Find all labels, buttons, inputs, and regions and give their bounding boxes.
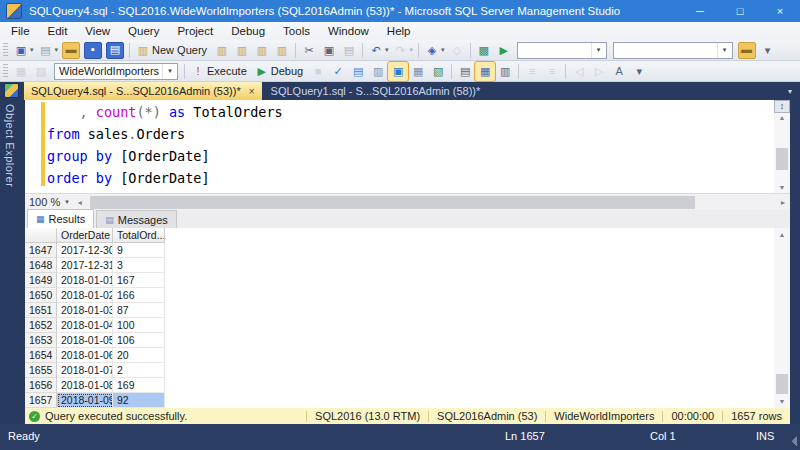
tab-sqlquery1[interactable]: SQLQuery1.sql - S...SQL2016Admin (58))* [264,82,488,100]
object-explorer-tab[interactable]: Object Explorer [0,100,25,408]
grid-cell[interactable]: 2018-01-01 [57,273,113,288]
decrease-indent-button[interactable]: ◁ [569,62,589,81]
row-header-cell[interactable]: 1653 [25,333,57,348]
navigate-backward-dropdown-icon[interactable]: ▾ [441,46,445,54]
menu-item-file[interactable]: File [2,22,39,40]
code-editor[interactable]: , count(*) as TotalOrdersfrom sales.Orde… [25,100,790,193]
row-header-cell[interactable]: 1648 [25,258,57,273]
display-estimated-plan-button[interactable]: ▤ [348,62,368,81]
row-header-cell[interactable]: 1654 [25,348,57,363]
toolbar-combo-2-combo[interactable]: ▾ [613,42,733,59]
scroll-down-icon[interactable]: ▼ [774,398,790,405]
row-header-cell[interactable]: 1652 [25,318,57,333]
grid-cell[interactable]: 2018-01-06 [57,348,113,363]
row-header-cell[interactable]: 1650 [25,288,57,303]
results-to-grid-button[interactable]: ▦ [475,62,495,81]
results-to-file-button[interactable]: ▥ [495,62,515,81]
activity-monitor-button[interactable]: ▩ [474,41,494,60]
horizontal-scrollbar[interactable] [88,196,775,209]
tab-list-dropdown-icon[interactable]: ▾ [788,87,792,96]
add-new-item-dropdown-icon[interactable]: ▾ [55,46,59,54]
parse-button[interactable]: ✓ [328,62,348,81]
grid-cell[interactable]: 2018-01-09 [57,393,113,408]
analysis-services-dmx-query-button[interactable]: ▥ [252,41,272,60]
grid-cell[interactable]: 9 [113,243,165,258]
navigate-backward-button[interactable]: ◈▾ [422,41,447,60]
grid-cell[interactable]: 169 [113,378,165,393]
uncomment-button[interactable]: ≡ [542,62,562,81]
grid-vertical-scrollbar[interactable]: ▲ ▼ [774,228,790,408]
results-grid[interactable]: OrderDateTotalOrd... 16472017-12-3091648… [25,228,790,408]
row-header-cell[interactable]: 1655 [25,363,57,378]
menu-item-debug[interactable]: Debug [222,22,274,40]
maximize-button[interactable]: □ [720,0,760,22]
scroll-up-icon[interactable]: ▲ [774,114,790,121]
grid-cell[interactable]: 20 [113,348,165,363]
grid-cell[interactable]: 2 [113,363,165,378]
scroll-right-icon[interactable]: ▸ [776,198,790,207]
grid-column-header[interactable]: TotalOrd... [113,228,165,243]
navigate-forward-button[interactable]: ◇ [447,41,467,60]
tab-sqlquery4[interactable]: SQLQuery4.sql - S...SQL2016Admin (53))* … [24,82,262,100]
analysis-services-mdx-query-button[interactable]: ▥ [232,41,252,60]
menu-item-help[interactable]: Help [378,22,420,40]
row-header-cell[interactable]: 1651 [25,303,57,318]
copy-button[interactable]: ▣ [319,41,339,60]
grid-cell[interactable]: 3 [113,258,165,273]
sqlcmd-mode-button[interactable]: A [609,62,629,81]
comment-out-button[interactable]: ≡ [522,62,542,81]
available-databases-dropdown-icon[interactable]: ▾ [162,64,177,79]
grid-scrollbar-thumb[interactable] [776,374,788,394]
toolbar-options-button[interactable]: ▾ [758,41,778,60]
editor-scrollbar-thumb[interactable] [776,148,788,170]
row-header-cell[interactable]: 1649 [25,273,57,288]
editor-vertical-scrollbar[interactable]: ↕ ▲ ▼ [774,100,790,193]
grid-cell[interactable]: 2018-01-05 [57,333,113,348]
grid-cell[interactable]: 2018-01-04 [57,318,113,333]
menu-item-project[interactable]: Project [168,22,222,40]
menu-item-query[interactable]: Query [119,22,168,40]
grid-cell[interactable]: 2018-01-07 [57,363,113,378]
grid-cell[interactable]: 100 [113,318,165,333]
add-new-item-button[interactable]: ▤▾ [36,41,61,60]
code-area[interactable]: , count(*) as TotalOrdersfrom sales.Orde… [47,101,283,189]
toolbar-grip[interactable] [3,43,8,58]
save-all-button[interactable]: ▤ [104,41,126,60]
resize-grip-icon[interactable] [787,436,797,446]
include-actual-plan-button[interactable]: ▧ [428,62,448,81]
toolbar-grip[interactable] [3,64,8,79]
new-query-connection-dropdown-icon[interactable]: ▾ [30,46,34,54]
grid-column-header[interactable]: OrderDate [57,228,113,243]
toolbar-combo-2-dropdown-icon[interactable]: ▾ [717,43,732,58]
horizontal-scrollbar-thumb[interactable] [90,196,695,209]
available-databases-combo[interactable]: WideWorldImporters▾ [54,63,178,80]
results-to-text-button[interactable]: ▤ [455,62,475,81]
grid-cell[interactable]: 2017-12-30 [57,243,113,258]
tab-results[interactable]: ▦ Results [27,209,94,228]
undo-dropdown-icon[interactable]: ▾ [385,46,389,54]
grid-cell[interactable]: 106 [113,333,165,348]
open-file-button[interactable]: ▬ [60,41,82,60]
toolbar-combo-1-combo[interactable]: ▾ [517,42,607,59]
new-query-connection-button[interactable]: ▣▾ [11,41,36,60]
row-header-cell[interactable]: 1656 [25,378,57,393]
grid-cell[interactable]: 92 [113,393,165,408]
cut-button[interactable]: ✂ [299,41,319,60]
execute-button[interactable]: !Execute [188,62,252,81]
open-recent-button[interactable]: ▬ [736,41,758,60]
row-header-cell[interactable]: 1647 [25,243,57,258]
row-header-cell[interactable]: 1657 [25,393,57,408]
grid-cell[interactable]: 2017-12-31 [57,258,113,273]
sql-toolbar-options-button[interactable]: ▾ [629,62,649,81]
scroll-down-icon[interactable]: ▼ [774,184,790,191]
grid-cell[interactable]: 166 [113,288,165,303]
grid-cell[interactable]: 87 [113,303,165,318]
start-button[interactable]: ▶ [494,41,514,60]
scroll-left-icon[interactable]: ◂ [73,198,87,207]
debug-button[interactable]: ▶Debug [252,62,308,81]
menu-item-view[interactable]: View [76,22,119,40]
title-bar[interactable]: SQLQuery4.sql - SQL2016.WideWorldImporte… [0,0,800,22]
toolbar-combo-1-dropdown-icon[interactable]: ▾ [591,43,606,58]
increase-indent-button[interactable]: ▷ [589,62,609,81]
zoom-dropdown-icon[interactable]: ▾ [65,198,69,206]
